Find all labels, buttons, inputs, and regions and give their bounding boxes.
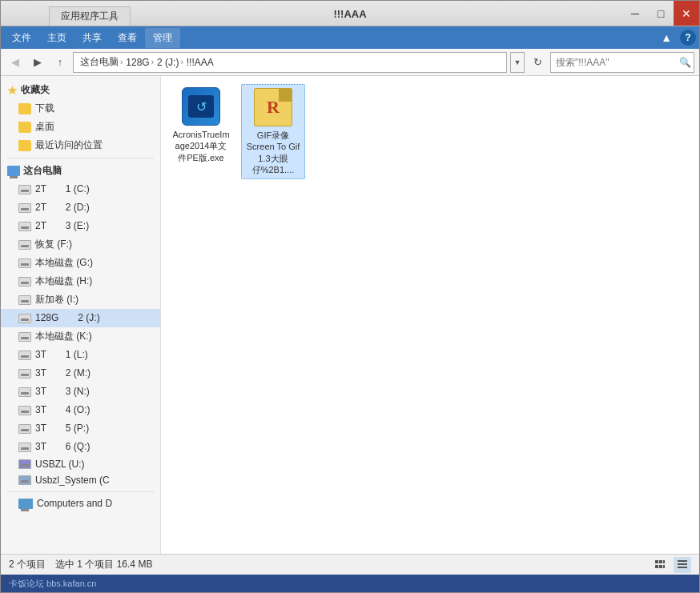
restore-button[interactable]: □ [648,1,674,26]
view-controls [651,557,691,573]
ribbon-manage[interactable]: 管理 [145,28,180,48]
sidebar-item-recent[interactable]: 最近访问的位置 [1,136,160,154]
path-segment-0: 这台电脑 › [80,55,123,69]
ribbon-right-controls: ▲ ? [656,30,696,46]
disk-icon [18,351,31,360]
address-path[interactable]: 这台电脑 › 128G › 2 (J:) › !!!AAA [73,52,507,73]
close-button[interactable]: ✕ [674,1,699,26]
ribbon-share[interactable]: 共享 [74,28,110,48]
main-content: ★ 收藏夹 下载 桌面 最近访问的位置 这台电脑 [1,76,699,554]
sidebar-drive-h[interactable]: 本地磁盘 (H:) [1,272,160,290]
search-box: 🔍 [550,52,694,73]
favorites-header[interactable]: ★ 收藏夹 [1,81,160,99]
search-input[interactable] [556,57,676,68]
disk-icon [18,277,31,286]
sidebar-drive-u[interactable]: USBZL (U:) [1,456,160,472]
file-gif[interactable]: GIF录像Screen To Gif 1.3大眼仔%2B1.... [241,84,305,179]
gif-icon [254,88,292,126]
disk-icon [18,222,31,231]
app-tools-tab[interactable]: 应用程序工具 [49,6,131,26]
disk-icon [18,459,31,469]
folder-icon [18,140,31,151]
refresh-button[interactable]: ↻ [528,53,547,72]
forward-button[interactable]: ▶ [28,53,47,72]
file-acronis[interactable]: AcronisTrueImage2014单文件PE版.exe [169,84,233,179]
path-segment-2: 2 (J:) › [157,57,183,68]
sidebar-drive-c[interactable]: 2T 1 (C:) [1,180,160,198]
list-view-button[interactable] [651,557,669,573]
sidebar-drive-e[interactable]: 2T 3 (E:) [1,217,160,235]
app-tools-tab-label: 应用程序工具 [61,10,119,23]
svg-rect-3 [655,565,658,568]
selected-info: 选中 1 个项目 16.4 MB [55,558,152,571]
folder-icon [18,103,31,114]
sidebar-drive-g[interactable]: 本地磁盘 (G:) [1,254,160,272]
sidebar-drive-k[interactable]: 本地磁盘 (K:) [1,327,160,346]
sidebar-drive-m[interactable]: 3T 2 (M:) [1,364,160,383]
title-bar: 应用程序工具 !!!AAA ─ □ ✕ [1,1,699,26]
disk-icon [18,203,31,213]
sidebar-item-download[interactable]: 下载 [1,99,160,118]
path-chevron-1: › [151,58,154,66]
watermark-text: 卡饭论坛 bbs.kafan.cn [9,578,96,590]
disk-icon [18,314,31,323]
disk-icon [18,424,31,434]
disk-icon [18,387,31,397]
this-pc-header[interactable]: 这台电脑 [1,162,160,180]
sidebar-drive-j[interactable]: 128G 2 (J:) [1,309,160,327]
ribbon-home[interactable]: 主页 [39,28,74,48]
disk-icon [18,240,31,250]
path-chevron-2: › [180,58,183,66]
svg-rect-0 [655,560,658,563]
window-title-text: !!!AAA [333,8,366,20]
star-icon: ★ [7,84,18,97]
svg-rect-5 [663,565,665,568]
gif-corner [279,89,292,102]
sidebar-divider-1 [7,158,154,158]
file-acronis-label: AcronisTrueImage2014单文件PE版.exe [172,129,230,163]
sidebar-drive-system[interactable]: Usbzl_System (C [1,472,160,488]
acronis-icon [182,87,220,126]
sidebar-item-desktop[interactable]: 桌面 [1,118,160,136]
computer-icon [7,166,20,176]
disk-icon [18,443,31,452]
svg-rect-1 [659,560,662,563]
item-count: 2 个项目 [9,558,46,571]
file-gif-label: GIF录像Screen To Gif 1.3大眼仔%2B1.... [245,130,301,175]
sidebar-drive-q[interactable]: 3T 6 (Q:) [1,438,160,456]
help-button[interactable]: ? [680,30,696,46]
address-bar: ◀ ▶ ↑ 这台电脑 › 128G › 2 (J:) › !!!AAA ▼ ↻ … [1,49,699,76]
path-segment-3: !!!AAA [187,57,214,68]
disk-icon [18,295,31,305]
disk-icon [18,332,31,342]
path-segment-1: 128G › [126,57,154,68]
sidebar-network[interactable]: Computers and D [1,495,160,511]
path-chevron-0: › [120,58,123,66]
sidebar-drive-p[interactable]: 3T 5 (P:) [1,419,160,438]
svg-rect-4 [659,565,662,568]
svg-rect-2 [663,560,665,563]
sidebar-drive-d[interactable]: 2T 2 (D:) [1,198,160,217]
search-icon[interactable]: 🔍 [679,57,691,68]
title-controls: ─ □ ✕ [622,1,699,26]
ribbon-view[interactable]: 查看 [110,28,145,48]
disk-icon [18,475,31,485]
sidebar-drive-i[interactable]: 新加卷 (I:) [1,290,160,309]
sidebar-divider-2 [7,491,154,492]
title-tabs: 应用程序工具 [1,1,622,26]
ribbon-collapse-icon[interactable]: ▲ [656,30,677,46]
sidebar-drive-n[interactable]: 3T 3 (N:) [1,383,160,401]
status-bar: 2 个项目 选中 1 个项目 16.4 MB [1,554,699,575]
disk-icon [18,369,31,379]
svg-rect-6 [678,560,687,562]
sidebar-drive-o[interactable]: 3T 4 (O:) [1,401,160,419]
ribbon-file[interactable]: 文件 [4,28,39,48]
address-dropdown-button[interactable]: ▼ [510,52,525,73]
detail-view-button[interactable] [674,557,691,573]
disk-icon [18,406,31,415]
sidebar-drive-l[interactable]: 3T 1 (L:) [1,346,160,364]
minimize-button[interactable]: ─ [622,1,648,26]
sidebar-drive-f[interactable]: 恢复 (F:) [1,235,160,254]
back-button[interactable]: ◀ [6,53,25,72]
up-button[interactable]: ↑ [50,53,70,72]
